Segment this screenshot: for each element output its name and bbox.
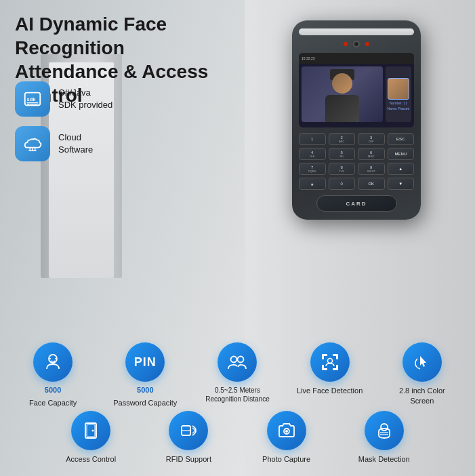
svg-rect-15 — [322, 354, 324, 359]
device-sensors — [299, 41, 414, 47]
svg-text:sdk: sdk — [27, 96, 37, 102]
svg-rect-19 — [322, 365, 324, 370]
title-line1: AI Dynamic Face Recognition — [15, 12, 252, 60]
svg-point-29 — [285, 430, 288, 433]
person-body — [325, 95, 359, 122]
key-2[interactable]: 2ABC — [329, 133, 356, 145]
device-container: 16:32:23 Number: 11 Name: Passed — [292, 20, 434, 220]
cloud-icon-container — [15, 126, 50, 161]
card-button[interactable]: CARD — [316, 195, 397, 212]
key-up[interactable]: ▲ — [388, 163, 415, 175]
key-ok[interactable]: OK — [358, 178, 385, 190]
pin-label: Password Capacity — [113, 398, 177, 408]
svg-rect-21 — [336, 365, 338, 370]
cloud-icon — [22, 134, 43, 154]
svg-rect-17 — [336, 354, 338, 359]
key-6[interactable]: 6MNO — [358, 148, 385, 160]
sdk-label2: SDK provided — [58, 99, 112, 111]
svg-point-22 — [327, 359, 332, 363]
feature-pin: PIN 5000 Password Capacity — [111, 342, 179, 408]
bottom-features: 5000 Face Capacity PIN 5000 Password Cap… — [7, 342, 468, 467]
feature-access-control: Access Control — [57, 411, 125, 464]
key-1[interactable]: 1 — [299, 133, 326, 145]
key-7[interactable]: 7PQRS — [299, 163, 326, 175]
sdk-icon: sdk — [22, 89, 43, 109]
screen-header: 16:32:23 — [299, 53, 414, 64]
person-head — [332, 73, 352, 94]
key-down[interactable]: ▼ — [388, 178, 415, 190]
feature-recognition: 0.5~2.5 MetersRecognition Distance — [203, 342, 271, 408]
pin-count: 5000 — [137, 386, 153, 394]
main-content: AI Dynamic Face Recognition Attendance &… — [0, 0, 475, 476]
key-5[interactable]: 5JKL — [329, 148, 356, 160]
key-4[interactable]: 4GHI — [299, 148, 326, 160]
feature-photo-capture: Photo Capture — [253, 411, 321, 464]
key-esc[interactable]: ESC — [388, 133, 415, 145]
color-screen-icon — [402, 342, 442, 382]
photo-capture-icon — [267, 411, 306, 450]
key-menu[interactable]: MENU — [388, 148, 415, 160]
camera-icon — [276, 420, 297, 441]
key-star[interactable]: ★ — [299, 178, 326, 190]
card-label: CARD — [346, 201, 367, 207]
mask-detection-icon — [365, 411, 404, 450]
svg-point-13 — [238, 357, 244, 363]
key-0[interactable]: 0 — [329, 178, 356, 190]
feature-live-face: Live Face Detection — [296, 342, 364, 408]
mask-icon — [374, 420, 394, 441]
face-thumbnail — [388, 78, 409, 100]
face-icon — [43, 352, 63, 372]
sensor-red-right — [365, 42, 369, 46]
cloud-text: Cloud Software — [58, 132, 93, 156]
feature-rfid: RFID Support — [154, 411, 222, 464]
svg-point-3 — [27, 104, 29, 106]
bottom-row-1: 5000 Face Capacity PIN 5000 Password Cap… — [7, 342, 468, 408]
sdk-icon-container: sdk — [15, 81, 50, 117]
face-capacity-count: 5000 — [45, 386, 61, 394]
touch-icon — [412, 352, 432, 372]
pin-badge: PIN — [125, 342, 165, 382]
access-control-icon — [71, 411, 110, 450]
screen-info2: Name: Passed — [388, 106, 410, 111]
key-3[interactable]: 3DEF — [358, 133, 385, 145]
recognition-label: 0.5~2.5 MetersRecognition Distance — [205, 386, 270, 403]
key-8[interactable]: 8TUV — [329, 163, 356, 175]
device-top-bar — [299, 28, 414, 35]
access-control-label: Access Control — [66, 454, 116, 464]
device-screen: 16:32:23 Number: 11 Name: Passed — [299, 53, 414, 127]
live-face-icon — [310, 342, 350, 382]
svg-point-12 — [231, 357, 237, 363]
sdk-text: C#/Java SDK provided — [58, 87, 112, 111]
features-left: sdk C#/Java SDK provided — [15, 81, 112, 161]
screen-time: 16:32:23 — [302, 56, 314, 60]
photo-capture-label: Photo Capture — [262, 454, 310, 464]
feature-sdk: sdk C#/Java SDK provided — [15, 81, 112, 117]
keypad: 1 2ABC 3DEF ESC 4GHI 5JKL 6MNO MENU 7PQR… — [299, 133, 414, 190]
rfid-icon — [169, 411, 208, 450]
svg-point-25 — [92, 429, 94, 431]
feature-color-screen: 2.8 inch Color Screen — [388, 342, 456, 408]
feature-face-capacity: 5000 Face Capacity — [19, 342, 87, 408]
bottom-row-2: Access Control RFID Support — [7, 411, 468, 464]
users-icon — [227, 352, 247, 372]
screen-info1: Number: 11 — [390, 101, 407, 105]
cloud-label2: Software — [58, 144, 93, 156]
live-face-label: Live Face Detection — [297, 386, 363, 395]
face-side-panel: Number: 11 Name: Passed — [386, 66, 411, 122]
sensor-red-left — [344, 42, 348, 46]
sdk-label1: C#/Java — [58, 87, 112, 99]
cloud-label1: Cloud — [58, 132, 93, 144]
rfid-symbol — [178, 420, 199, 441]
face-capacity-icon — [33, 342, 73, 382]
mask-detection-label: Mask Detection — [358, 454, 410, 464]
recognition-icon — [218, 342, 257, 382]
color-screen-label: 2.8 inch Color Screen — [388, 386, 456, 405]
face-capacity-label: Face Capacity — [29, 398, 77, 408]
face-detect-icon — [320, 352, 340, 372]
device: 16:32:23 Number: 11 Name: Passed — [292, 20, 421, 220]
sensor-camera — [353, 41, 360, 47]
key-9[interactable]: 9WXYZ — [358, 163, 385, 175]
rfid-label: RFID Support — [166, 454, 211, 464]
feature-cloud: Cloud Software — [15, 126, 112, 161]
door-icon — [81, 420, 101, 441]
